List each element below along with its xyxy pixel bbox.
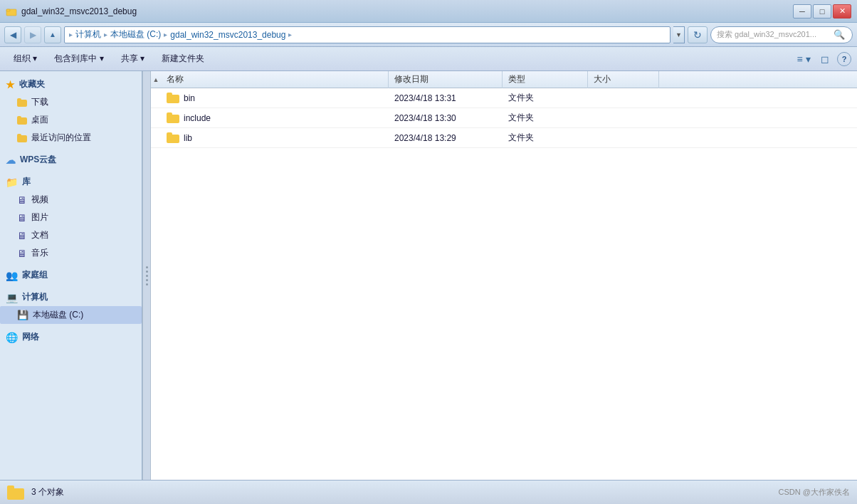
include-in-library-button[interactable]: 包含到库中 ▾ <box>46 50 111 68</box>
share-button[interactable]: 共享 ▾ <box>113 50 152 68</box>
sidebar-section-library: 📁 库 🖥 视频 🖥 图片 🖥 文档 🖥 音乐 <box>0 172 142 262</box>
file-name-text-lib: lib <box>184 133 192 143</box>
path-arrow-2: ▸ <box>104 31 107 38</box>
sidebar-item-recent-label: 最近访问的位置 <box>31 132 91 144</box>
status-count: 3 个对象 <box>31 486 64 498</box>
close-button[interactable]: ✕ <box>833 4 851 19</box>
file-list-header: ▲ 名称 修改日期 类型 大小 <box>151 71 857 88</box>
sort-indicator: ▲ <box>151 71 161 88</box>
sidebar-section-wps-header[interactable]: ☁ WPS云盘 <box>0 149 142 169</box>
desktop-folder-icon <box>17 116 27 125</box>
column-header-date[interactable]: 修改日期 <box>389 71 503 88</box>
organize-button[interactable]: 组织 ▾ <box>6 50 45 68</box>
splitter-dot-5 <box>146 283 148 285</box>
sidebar-section-computer-header: 💻 计算机 <box>0 287 142 306</box>
explorer-icon <box>6 6 17 17</box>
search-box: 搜索 gdal_win32_msvc201... 🔍 <box>710 26 853 43</box>
help-button[interactable]: ? <box>837 52 851 66</box>
sidebar-item-docs[interactable]: 🖥 文档 <box>0 226 142 244</box>
maximize-button[interactable]: □ <box>813 4 831 19</box>
search-button[interactable]: 🔍 <box>832 28 846 42</box>
column-header-type[interactable]: 类型 <box>503 71 588 88</box>
path-segment-folder[interactable]: gdal_win32_msvc2013_debug <box>170 30 285 40</box>
file-type-include: 文件夹 <box>503 108 588 128</box>
sidebar-item-downloads[interactable]: 下载 <box>0 93 142 111</box>
sidebar-section-favorites: ★ 收藏夹 下载 桌面 最近访问的位置 <box>0 74 142 147</box>
table-row[interactable]: include 2023/4/18 13:30 文件夹 <box>151 108 857 128</box>
watermark: CSDN @大作家佚名 <box>779 487 850 498</box>
splitter-dot-4 <box>146 279 148 281</box>
path-segment-localdisk[interactable]: 本地磁盘 (C:) <box>110 28 161 41</box>
sidebar-section-network-header[interactable]: 🌐 网络 <box>0 327 142 346</box>
path-arrow-3: ▸ <box>164 31 167 38</box>
downloads-folder-icon <box>17 98 27 107</box>
sidebar-section-network: 🌐 网络 <box>0 327 142 346</box>
sidebar-item-desktop[interactable]: 桌面 <box>0 111 142 129</box>
splitter-dot-3 <box>146 275 148 277</box>
network-label: 网络 <box>22 331 39 343</box>
file-date-include: 2023/4/18 13:30 <box>389 108 503 128</box>
view-options-button[interactable]: ≡ ▾ <box>794 50 813 68</box>
address-dropdown-button[interactable]: ▼ <box>673 26 685 43</box>
homegroup-label: 家庭组 <box>22 269 48 281</box>
preview-pane-button[interactable]: ◻ <box>816 50 834 68</box>
back-button[interactable]: ◀ <box>4 26 21 43</box>
folder-icon-bin <box>167 93 179 103</box>
sidebar-item-recent[interactable]: 最近访问的位置 <box>0 129 142 147</box>
column-header-size[interactable]: 大小 <box>588 71 659 88</box>
file-list: ▲ 名称 修改日期 类型 大小 bin 2023/4/18 13:31 文件夹 … <box>151 71 857 480</box>
sidebar-item-docs-label: 文档 <box>31 229 48 241</box>
file-name-lib[interactable]: lib <box>161 128 389 148</box>
folder-icon-lib <box>167 132 179 143</box>
table-row[interactable]: lib 2023/4/18 13:29 文件夹 <box>151 128 857 148</box>
pictures-icon: 🖥 <box>17 212 27 224</box>
sidebar-scroll: ★ 收藏夹 下载 桌面 最近访问的位置 ☁ <box>0 74 142 477</box>
music-icon: 🖥 <box>17 248 27 259</box>
sidebar-item-video[interactable]: 🖥 视频 <box>0 191 142 209</box>
sidebar-section-favorites-header: ★ 收藏夹 <box>0 74 142 93</box>
video-icon: 🖥 <box>17 194 27 206</box>
sidebar: ★ 收藏夹 下载 桌面 最近访问的位置 ☁ <box>0 71 142 480</box>
sidebar-section-homegroup-header[interactable]: 👥 家庭组 <box>0 265 142 284</box>
file-size-include <box>588 108 659 128</box>
file-name-text-bin: bin <box>184 93 195 103</box>
file-name-include[interactable]: include <box>161 108 389 128</box>
file-date-bin: 2023/4/18 13:31 <box>389 88 503 108</box>
path-segment-computer[interactable]: 计算机 <box>75 28 101 41</box>
toolbar: 组织 ▾ 包含到库中 ▾ 共享 ▾ 新建文件夹 ≡ ▾ ◻ ? <box>0 47 857 71</box>
title-text: gdal_win32_msvc2013_debug <box>21 6 137 16</box>
splitter-handle <box>146 266 148 285</box>
wps-cloud-label: WPS云盘 <box>20 154 56 166</box>
sidebar-item-video-label: 视频 <box>31 194 48 206</box>
status-folder-icon <box>7 485 24 500</box>
address-path[interactable]: ▸ 计算机 ▸ 本地磁盘 (C:) ▸ gdal_win32_msvc2013_… <box>64 26 671 43</box>
sidebar-item-pictures-label: 图片 <box>31 211 48 224</box>
new-folder-button[interactable]: 新建文件夹 <box>154 50 212 68</box>
forward-button[interactable]: ▶ <box>24 26 41 43</box>
splitter-dot-1 <box>146 266 148 268</box>
sidebar-item-localdisk[interactable]: 💾 本地磁盘 (C:) <box>0 306 142 324</box>
up-button[interactable]: ▲ <box>44 26 61 43</box>
sidebar-splitter[interactable] <box>142 71 151 480</box>
wps-cloud-icon: ☁ <box>6 154 16 166</box>
sidebar-section-library-header: 📁 库 <box>0 172 142 191</box>
homegroup-icon: 👥 <box>6 270 18 281</box>
sidebar-item-music[interactable]: 🖥 音乐 <box>0 244 142 262</box>
sidebar-item-pictures[interactable]: 🖥 图片 <box>0 209 142 226</box>
sidebar-item-localdisk-label: 本地磁盘 (C:) <box>33 309 83 321</box>
minimize-button[interactable]: ─ <box>793 4 811 19</box>
file-name-bin[interactable]: bin <box>161 88 389 108</box>
favorites-icon: ★ <box>6 79 15 90</box>
title-bar-left: gdal_win32_msvc2013_debug <box>6 6 137 17</box>
table-row[interactable]: bin 2023/4/18 13:31 文件夹 <box>151 88 857 108</box>
file-type-lib: 文件夹 <box>503 128 588 148</box>
folder-icon-include <box>167 112 179 123</box>
file-date-lib: 2023/4/18 13:29 <box>389 128 503 148</box>
svg-rect-1 <box>6 9 10 11</box>
splitter-dot-2 <box>146 271 148 273</box>
file-name-text-include: include <box>184 113 211 123</box>
column-header-name[interactable]: 名称 <box>161 71 389 88</box>
computer-label: 计算机 <box>22 291 48 303</box>
refresh-button[interactable]: ↻ <box>688 26 708 43</box>
title-bar-controls: ─ □ ✕ <box>793 4 851 19</box>
